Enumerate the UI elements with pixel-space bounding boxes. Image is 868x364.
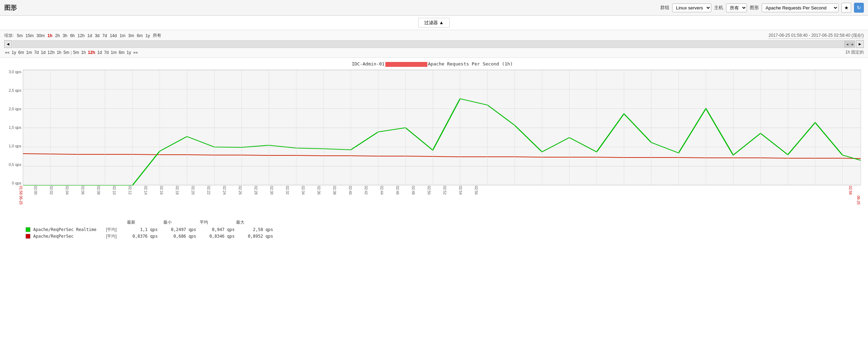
legend-values-red: 0,8376 qps 0,686 qps 0,8346 qps 0,8952 q… [130, 234, 273, 239]
graph-select[interactable]: Apache Requests Per Second [762, 4, 839, 12]
zoom-15m[interactable]: 15m [24, 33, 35, 38]
x-label-11: 02:20 [191, 186, 195, 195]
zoom-30m[interactable]: 30m [35, 33, 45, 38]
nav-7d-back[interactable]: 7d [33, 50, 39, 55]
x-label-8: 02:14 [144, 186, 148, 195]
host-label: 主机 [714, 5, 723, 11]
zoom-3h[interactable]: 3h [62, 33, 68, 38]
nav-1m-fwd[interactable]: 1m [110, 50, 118, 55]
toolbar-bottom: «« 1y 6m 1m 7d 1d 12h 1h 5m | 5m 1h 12h … [4, 49, 864, 55]
legend-min-red: 0,686 qps [168, 234, 196, 239]
nav-1d-back[interactable]: 1d [40, 50, 46, 55]
zoom-1d[interactable]: 1d [86, 33, 93, 38]
nav-links: «« 1y 6m 1m 7d 1d 12h 1h 5m | 5m 1h 12h … [4, 50, 138, 55]
chart-title-prefix: IDC-Admin-01 [352, 61, 385, 66]
x-label-7: 02:12 [128, 186, 132, 195]
refresh-button[interactable]: ↻ [854, 3, 864, 13]
zoom-7d[interactable]: 7d [101, 33, 108, 38]
x-label-28: 02:54 [458, 186, 462, 195]
legend-max-red: 0,8952 qps [245, 234, 273, 239]
nav-1h-fwd[interactable]: 1h [80, 50, 86, 55]
nav-1y-back[interactable]: 1y [11, 50, 17, 55]
zoom-1m[interactable]: 1m [119, 33, 127, 38]
nav-5m-back[interactable]: 5m [63, 50, 70, 55]
group-select[interactable]: Linux servers [672, 4, 711, 12]
x-label-1: 02:00 [34, 186, 37, 195]
toolbar: 缩放: 5m 15m 30m 1h 2h 3h 6h 12h 1d 3d 7d … [0, 30, 868, 58]
legend-name-green: Apache/ReqPerSec Realtime [33, 227, 103, 232]
zoom-all[interactable]: 所有 [152, 32, 162, 39]
legend-col-latest: 最新 [127, 219, 135, 225]
fixed-label: 1h 固定的 [845, 49, 864, 55]
legend-name-red: Apache/ReqPerSec [33, 234, 103, 239]
x-label-19: 02:36 [317, 186, 321, 195]
group-label: 群组 [660, 5, 669, 11]
graph-label: 图形 [750, 5, 759, 11]
y-label-0: 3,0 qps [9, 70, 21, 74]
y-axis: 3,0 qps 2,5 qps 2,0 qps 1,5 qps 1,0 qps … [3, 70, 23, 185]
nav-12h-back[interactable]: 12h [47, 50, 55, 55]
nav-5m-fwd[interactable]: 5m [72, 50, 80, 55]
x-label-18: 02:34 [301, 186, 305, 195]
nav-1y-fwd[interactable]: 1y [126, 50, 132, 55]
legend-color-green [26, 227, 30, 232]
zoom-6m[interactable]: 6m [136, 33, 144, 38]
slider-thumb: ◄··► [845, 41, 855, 48]
x-label-9: 02:16 [159, 186, 163, 195]
zoom-5m[interactable]: 5m [16, 33, 24, 38]
chart-svg [23, 70, 861, 186]
nav-7d-fwd[interactable]: 7d [103, 50, 109, 55]
x-label-14: 02:26 [238, 186, 242, 195]
x-axis: 01:58 06-25 02:00 02:02 02:04 02:06 02:0… [23, 185, 861, 213]
nav-6m-fwd[interactable]: 6m [118, 50, 125, 55]
nav-back-button[interactable]: ◄ [4, 40, 12, 48]
x-label-27: 02:52 [443, 186, 447, 195]
legend-avg-green: 0,947 qps [207, 227, 235, 232]
header-controls: 群组 Linux servers 主机 所有 图形 Apache Request… [660, 3, 864, 13]
page-title: 图形 [4, 4, 17, 12]
x-label-5: 02:08 [97, 186, 100, 195]
x-label-13: 02:24 [222, 186, 226, 195]
legend-header: 最新 最小 平均 最大 [127, 219, 858, 225]
x-label-16: 02:30 [270, 186, 273, 195]
legend-latest-red: 0,8376 qps [130, 234, 158, 239]
legend: 最新 最小 平均 最大 Apache/ReqPerSec Realtime [平… [23, 217, 861, 243]
y-label-6: 0 qps [12, 181, 21, 185]
x-label-22: 02:42 [364, 186, 368, 195]
nav-1m-back[interactable]: 1m [26, 50, 33, 55]
x-label-6: 02:10 [112, 186, 116, 195]
legend-type-red: [平均] [106, 233, 127, 239]
x-label-24: 02:46 [396, 186, 399, 195]
chart-title-suffix: Apache Requests Per Second (1h) [428, 61, 513, 66]
host-select[interactable]: 所有 [726, 4, 747, 12]
zoom-3m[interactable]: 3m [127, 33, 135, 38]
filter-button[interactable]: 过滤器 ▲ [418, 18, 449, 28]
legend-col-avg: 平均 [200, 219, 208, 225]
x-label-25: 02:48 [411, 186, 415, 195]
legend-min-green: 0,2497 qps [168, 227, 196, 232]
zoom-6h[interactable]: 6h [69, 33, 76, 38]
zoom-2h[interactable]: 2h [54, 33, 61, 38]
zoom-12h[interactable]: 12h [77, 33, 86, 38]
nav-next-all[interactable]: »» [133, 50, 138, 55]
legend-latest-green: 1,1 qps [130, 227, 158, 232]
nav-12h-fwd[interactable]: 12h [87, 50, 96, 55]
y-label-2: 2,0 qps [9, 107, 21, 111]
nav-1d-fwd[interactable]: 1d [97, 50, 102, 55]
x-label-21: 02:40 [348, 186, 352, 195]
legend-col-max: 最大 [236, 219, 244, 225]
zoom-1y[interactable]: 1y [144, 33, 151, 38]
nav-prev-all[interactable]: «« [4, 50, 10, 55]
x-label-15: 02:28 [254, 186, 258, 195]
star-button[interactable]: ★ [841, 3, 851, 13]
nav-1h-back[interactable]: 1h [56, 50, 62, 55]
zoom-14d[interactable]: 14d [109, 33, 118, 38]
legend-row-green: Apache/ReqPerSec Realtime [平均] 1,1 qps 0… [26, 227, 858, 233]
zoom-3d[interactable]: 3d [94, 33, 100, 38]
nav-fwd-button[interactable]: ► [856, 40, 864, 48]
timeline-slider[interactable]: ◄··► [13, 40, 855, 48]
filter-bar: 过滤器 ▲ [0, 16, 868, 30]
x-label-date-right: 06-25 [856, 196, 860, 205]
nav-6m-back[interactable]: 6m [17, 50, 25, 55]
zoom-1h[interactable]: 1h [47, 33, 54, 38]
